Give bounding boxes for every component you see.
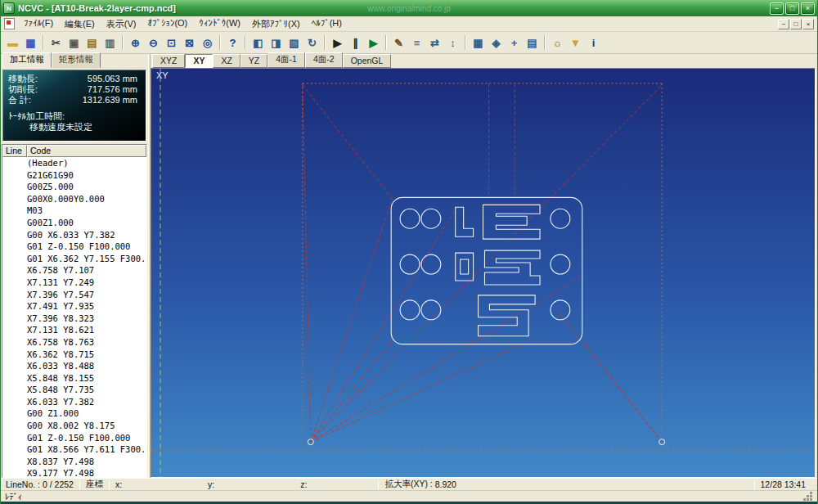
view-tab-OpenGL[interactable]: OpenGL: [343, 54, 392, 68]
toolbar-grid-button[interactable]: ▦: [470, 34, 487, 52]
toolbar-layers-button[interactable]: ▤: [524, 34, 541, 52]
gcode-row[interactable]: X6.033 Y8.488: [2, 360, 146, 372]
toolbar-settings-button[interactable]: ☼: [549, 34, 566, 52]
panel-tab-0[interactable]: 加工情報: [2, 52, 52, 68]
toolbar-copy-button[interactable]: ▣: [65, 34, 83, 52]
gcode-row[interactable]: G00X0.000Y0.000: [2, 193, 146, 205]
gcode-row[interactable]: G00 X8.002 Y8.175: [2, 420, 146, 432]
view-tab-4面-2[interactable]: 4面-2: [305, 52, 343, 68]
toolbar-sim-pause-button[interactable]: ∥: [347, 34, 364, 52]
print-icon: ▥: [105, 37, 115, 49]
menu-item-0[interactable]: ﾌｧｲﾙ(F): [18, 16, 59, 32]
menu-item-6[interactable]: ﾍﾙﾌﾟ(H): [306, 16, 348, 32]
gcode-code-cell: G00Z5.000: [27, 181, 146, 193]
mdi-minimize-button[interactable]: −: [778, 19, 789, 29]
toolbar-about-button[interactable]: i: [585, 34, 602, 52]
menu-item-4[interactable]: ｳｨﾝﾄﾞｳ(W): [193, 16, 246, 32]
gcode-row[interactable]: X6.362 Y8.715: [2, 349, 146, 361]
mdi-close-button[interactable]: ×: [802, 19, 814, 29]
gcode-line-cell: [2, 443, 27, 456]
toolbar-edit-button[interactable]: ✎: [390, 34, 407, 52]
mdi-restore-button[interactable]: □: [790, 19, 802, 29]
gcode-code-cell: G21G61G90: [27, 169, 146, 182]
toolbar-print-button[interactable]: ▥: [101, 34, 119, 52]
gcode-row[interactable]: X7.131 Y7.249: [2, 277, 146, 289]
gcode-row[interactable]: X6.758 Y7.107: [2, 264, 146, 277]
gcode-row[interactable]: X8.837 Y7.498: [2, 456, 146, 468]
menu-item-3[interactable]: ｵﾌﾟｼｮﾝ(O): [142, 16, 193, 32]
gcode-row[interactable]: G00Z5.000: [2, 181, 146, 193]
toolbar-sync-button[interactable]: ⇄: [426, 34, 443, 52]
gcode-row[interactable]: X6.033 Y7.382: [2, 396, 146, 408]
toolbar-list-button[interactable]: ≡: [408, 34, 425, 52]
zoom-fit-icon: ⊠: [185, 37, 194, 49]
view-tab-XZ[interactable]: XZ: [213, 54, 240, 68]
gcode-code-cell: X6.033 Y7.382: [27, 396, 146, 408]
gcode-code-cell: X9.177 Y7.498: [27, 467, 146, 477]
gcode-row[interactable]: G01 X6.362 Y7.155 F300.000: [2, 253, 146, 265]
toolbar-separator: [245, 35, 246, 50]
toolbar-origin-button[interactable]: +: [506, 34, 523, 52]
app-icon: N: [3, 2, 15, 14]
toolbar-filter-button[interactable]: ▼: [567, 34, 584, 52]
menu-item-2[interactable]: 表示(V): [101, 16, 142, 32]
menu-item-1[interactable]: 編集(E): [59, 16, 101, 32]
gcode-code-cell: X5.848 Y8.155: [27, 372, 146, 385]
close-button[interactable]: ×: [801, 2, 815, 15]
gcode-row[interactable]: G00Z1.000: [2, 217, 146, 229]
toolbar-paste-button[interactable]: ▤: [83, 34, 101, 52]
gcode-row[interactable]: G01 X8.566 Y7.611 F300.000: [2, 443, 146, 456]
gcode-row[interactable]: X7.396 Y8.323: [2, 313, 146, 325]
toolbar-zoom-pan-button[interactable]: ◎: [199, 34, 216, 52]
gcode-row[interactable]: (Header): [2, 157, 146, 169]
toolbar-open-button[interactable]: ▬: [4, 34, 21, 52]
toolbar-zoom-in-button[interactable]: ⊕: [127, 34, 144, 52]
toolbar-sim-play-button[interactable]: ▶: [329, 34, 346, 52]
info-label: 移動長:: [8, 74, 54, 84]
gcode-row[interactable]: X9.177 Y7.498: [2, 467, 146, 477]
info-value: 717.576 mm: [54, 84, 141, 95]
toolbar-zoom-window-button[interactable]: ⊡: [163, 34, 180, 52]
toolbar-redraw-button[interactable]: ↻: [303, 34, 321, 52]
maximize-button[interactable]: □: [785, 2, 799, 15]
view-tab-4面-1[interactable]: 4面-1: [267, 52, 305, 68]
resize-grip[interactable]: [802, 492, 813, 502]
gcode-row[interactable]: M03: [2, 205, 146, 217]
gcode-row[interactable]: X5.848 Y7.735: [2, 384, 146, 396]
toolbar-zoom-out-button[interactable]: ⊖: [145, 34, 162, 52]
toolbar-zoom-fit-button[interactable]: ⊠: [181, 34, 198, 52]
view-tab-YZ[interactable]: YZ: [240, 54, 267, 68]
toolbar-save-button[interactable]: ▦: [22, 34, 39, 52]
toolpath-canvas[interactable]: XY: [151, 68, 816, 478]
gcode-row[interactable]: X7.131 Y8.621: [2, 324, 146, 336]
menu-item-5[interactable]: 外部ｱﾌﾟﾘ(X): [246, 16, 306, 32]
toolbar-view-front-button[interactable]: ◧: [249, 34, 267, 52]
minimize-button[interactable]: −: [770, 2, 784, 15]
toolbar-separator: [324, 35, 326, 50]
toolbar-cut-button[interactable]: ✂: [47, 34, 65, 52]
column-header-code[interactable]: Code: [27, 145, 146, 157]
view-tab-XY[interactable]: XY: [185, 54, 213, 68]
panel-tab-1[interactable]: 矩形情報: [52, 52, 101, 68]
gcode-row[interactable]: X6.758 Y8.763: [2, 336, 146, 349]
toolbar-view-side-button[interactable]: ◨: [267, 34, 285, 52]
ready-status: ﾚﾃﾞｨ: [5, 492, 22, 502]
toolbar-snap-button[interactable]: ◈: [488, 34, 505, 52]
gcode-row[interactable]: X5.848 Y8.155: [2, 372, 146, 385]
gcode-row[interactable]: G01 Z-0.150 F100.000: [2, 241, 146, 253]
gcode-row[interactable]: X7.491 Y7.935: [2, 300, 146, 313]
view-tab-XYZ[interactable]: XYZ: [152, 54, 185, 68]
paste-icon: ▤: [87, 37, 97, 49]
toolbar-view-iso-button[interactable]: ▧: [285, 34, 303, 52]
toolbar-sim-run-button[interactable]: ▶: [365, 34, 382, 52]
gcode-row[interactable]: G00 X6.033 Y7.382: [2, 229, 146, 241]
toolbar-measure-button[interactable]: ↕: [444, 34, 461, 52]
gcode-row[interactable]: X7.396 Y7.547: [2, 289, 146, 301]
gcode-row[interactable]: G01 Z-0.150 F100.000: [2, 432, 146, 444]
window-controls: − □ ×: [770, 2, 815, 15]
zoom-value: 8.920: [435, 479, 456, 489]
gcode-row[interactable]: G00 Z1.000: [2, 407, 146, 420]
column-header-line[interactable]: Line: [2, 145, 27, 157]
toolbar-help-button[interactable]: ?: [224, 34, 241, 52]
gcode-row[interactable]: G21G61G90: [2, 169, 146, 182]
